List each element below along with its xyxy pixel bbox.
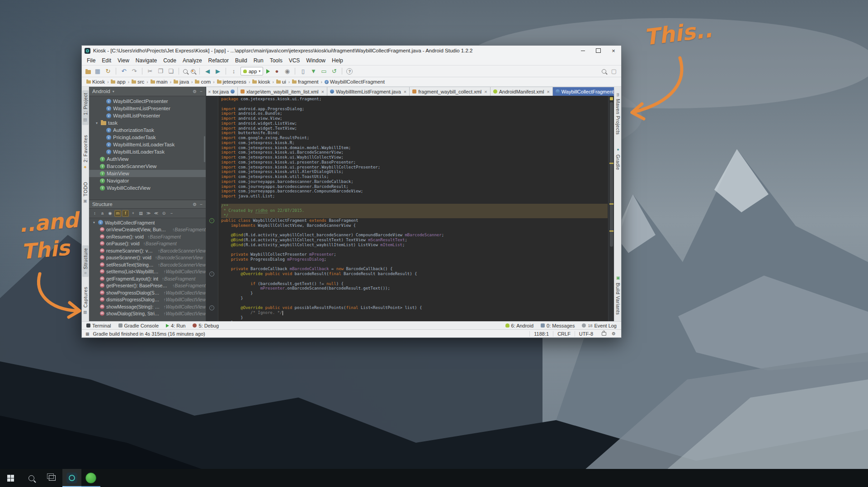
debug-icon[interactable]: ● (273, 68, 280, 75)
close-tab-icon[interactable]: × (208, 89, 211, 94)
back-icon[interactable]: ◀ (204, 68, 211, 75)
collapse-all-icon[interactable]: − (168, 210, 175, 217)
warning-stripe-mark[interactable] (609, 230, 613, 232)
project-view-selector[interactable]: Android (92, 89, 110, 94)
menu-tools[interactable]: Tools (267, 56, 286, 65)
structure-item-setitems[interactable]: msetItems(List<WaybillItem>): void↑Waybi… (89, 268, 206, 276)
editor-tab-tor-java[interactable]: tor.java× (207, 87, 238, 96)
menu-navigate[interactable]: Navigate (132, 56, 160, 65)
structure-item-dismissprogressdialog[interactable]: mdismissProgressDialog(): void↑WaybillCo… (89, 296, 206, 304)
structure-item-onresume[interactable]: monResume(): void↑BaseFragment (89, 233, 206, 240)
hide-panel-icon[interactable]: − (200, 89, 203, 94)
project-tree-item-mainview[interactable]: IMainView (89, 170, 206, 177)
run-config-select[interactable]: app▾ (241, 67, 263, 75)
toolwindow-button-4-run[interactable]: 4: Run (166, 323, 185, 328)
gradle-sync-icon[interactable]: ↺ (330, 68, 338, 75)
encoding-indicator[interactable]: UTF-8 (575, 331, 597, 337)
save-all-icon[interactable]: ▦ (94, 68, 101, 75)
show-anonymous-classes-icon[interactable]: + (130, 210, 137, 217)
implemented-marker-icon[interactable]: ↑ (209, 218, 214, 223)
taskbar-android-studio[interactable] (62, 469, 81, 487)
breadcrumb-item[interactable]: fragment (291, 79, 319, 84)
structure-item-getpresenter[interactable]: mgetPresenter(): BasePresenter↑BaseFragm… (89, 282, 206, 290)
toolwindow-button-5-debug[interactable]: 5: Debug (193, 323, 219, 328)
structure-item-setresulttext[interactable]: msetResultText(String): void↑BarcodeScan… (89, 261, 206, 268)
tool-window-tab-build-variants[interactable]: ▣Build Variants (615, 273, 621, 318)
structure-item-showmessage[interactable]: mshowMessage(String): void↑WaybillCollec… (89, 303, 206, 310)
structure-item-getfragmentlayout[interactable]: mgetFragmentLayout(): int↑BaseFragment (89, 275, 206, 282)
warning-stripe-mark[interactable] (609, 203, 613, 205)
maximize-button[interactable] (590, 46, 606, 56)
replace-icon[interactable] (191, 69, 195, 74)
editor-tab-androidmanifest-xml[interactable]: AndroidManifest.xml× (491, 87, 553, 96)
breadcrumb-item[interactable]: main (150, 79, 169, 84)
override-marker-icon[interactable]: ↑ (209, 305, 214, 310)
expand-arrow-icon[interactable]: ▾ (94, 121, 99, 125)
project-tree-item-authview[interactable]: IAuthView (89, 155, 206, 163)
breadcrumb-item[interactable]: java (173, 79, 190, 84)
structure-panel-header[interactable]: Structure ⚙ − (89, 200, 206, 209)
expand-all-icon[interactable]: ⊙ (160, 210, 167, 217)
find-icon[interactable] (183, 69, 188, 74)
window-titlebar[interactable]: Kiosk - [C:\Users\ridho\Projects\Jet Exp… (82, 46, 621, 56)
project-tree-item-waybillitemlistloadertask[interactable]: cWaybillItemListLoaderTask (89, 141, 206, 148)
forward-icon[interactable]: ▶ (214, 68, 222, 75)
toolwindow-button-gradle-console[interactable]: Gradle Console (118, 323, 159, 328)
project-tree-item-waybillcollectview[interactable]: IWaybillCollectView (89, 184, 206, 192)
task-view-button[interactable] (42, 469, 62, 487)
project-tree-scrollbar[interactable] (204, 136, 205, 162)
project-tree-item-waybilllistpresenter[interactable]: cWaybillListPresenter (89, 112, 206, 119)
menu-refactor[interactable]: Refactor (205, 56, 232, 65)
copy-icon[interactable]: ❐ (157, 68, 164, 75)
editor-tab-waybillitemlistfragment-java[interactable]: WaybillItemListFragment.java× (327, 87, 410, 96)
breadcrumb-item[interactable]: com (194, 79, 212, 84)
group-by-defining-type-icon[interactable]: ▤ (137, 210, 144, 217)
toolwindow-button-6-android[interactable]: 6: Android (505, 323, 534, 328)
structure-item-onviewcreated[interactable]: monViewCreated(View, Bundle): void↑BaseF… (89, 226, 206, 234)
close-tab-icon[interactable]: × (547, 89, 549, 94)
breadcrumb-item[interactable]: WaybillCollectFragment (324, 79, 386, 84)
project-tree-item-barcodescannerview[interactable]: IBarcodeScannerView (89, 163, 206, 170)
settings-gear-icon[interactable]: ⚙ (193, 202, 197, 207)
code-editor[interactable]: ↑↑↑ package com.jetexpress.kiosk.ui.frag… (206, 96, 614, 321)
cut-icon[interactable]: ✂ (146, 68, 154, 75)
editor-tab-waybillcollectfragment-java[interactable]: WaybillCollectFragment.java× (553, 87, 614, 96)
structure-item-showdialog[interactable]: mshowDialog(String, String): void↑Waybil… (89, 310, 206, 318)
toolwindow-button-event-log[interactable]: 18Event Log (582, 323, 617, 328)
readonly-lock-icon[interactable] (602, 332, 606, 336)
menu-help[interactable]: Help (329, 56, 346, 65)
close-tab-icon[interactable]: × (404, 89, 406, 94)
sort-alphabetically-icon[interactable]: a (99, 210, 106, 217)
menu-build[interactable]: Build (232, 56, 250, 65)
project-tree[interactable]: cWaybillCollectPresentercWaybillItemList… (89, 96, 206, 200)
menu-view[interactable]: View (114, 56, 132, 65)
undo-icon[interactable]: ↶ (120, 68, 127, 75)
warning-stripe-mark[interactable] (609, 163, 613, 164)
project-tree-item-authorizationtask[interactable]: cAuthorizationTask (89, 126, 206, 134)
project-tree-item-waybilllistloadertask[interactable]: cWaybillListLoaderTask (89, 148, 206, 155)
status-message[interactable]: Gradle build finished in 4s 315ms (16 mi… (93, 331, 205, 337)
breadcrumb-item[interactable]: jetexpress (216, 79, 247, 84)
show-fields-icon[interactable]: f (122, 210, 129, 217)
structure-item-showprogressdialog[interactable]: mshowProgressDialog(String, String): voi… (89, 289, 206, 296)
structure-item-onpause[interactable]: monPause(): void↑BaseFragment (89, 240, 206, 248)
breadcrumb-item[interactable]: ui (275, 79, 287, 84)
breadcrumb-item[interactable]: src (131, 79, 145, 84)
help-icon[interactable]: ? (346, 68, 353, 75)
structure-root-item[interactable]: ▾cWaybillCollectFragment (89, 219, 206, 226)
paste-icon[interactable]: ❏ (167, 68, 175, 75)
menu-run[interactable]: Run (250, 56, 267, 65)
taskbar-search-button[interactable] (21, 469, 42, 487)
project-panel-header[interactable]: Android ▾ ⚙ − (89, 87, 206, 96)
hide-panel-icon[interactable]: − (200, 202, 203, 207)
project-tree-item-pricingloadertask[interactable]: cPricingLoaderTask (89, 134, 206, 141)
project-tree-item-navigator[interactable]: INavigator (89, 177, 206, 184)
menu-window[interactable]: Window (303, 56, 329, 65)
device-monitor-icon[interactable]: ▯ (299, 68, 307, 75)
breadcrumb-item[interactable]: app (110, 79, 126, 84)
avd-manager-icon[interactable]: ▭ (320, 68, 327, 75)
menu-code[interactable]: Code (160, 56, 179, 65)
breadcrumb-item[interactable]: Kiosk (85, 79, 106, 84)
close-tab-icon[interactable]: × (321, 89, 324, 94)
toolwindow-button-0-messages[interactable]: 0: Messages (541, 323, 575, 328)
